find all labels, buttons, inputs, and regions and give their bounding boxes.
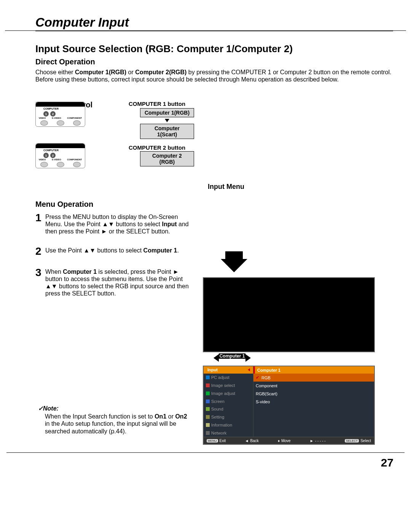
pill-c2-rgb: Computer 2 (RGB) bbox=[140, 151, 194, 166]
remote-btn-2: 2 bbox=[50, 111, 56, 117]
text: Information bbox=[211, 423, 232, 427]
step-text: Press the MENU button to display the On-… bbox=[45, 212, 195, 235]
step-text: When Computer 1 is selected, press the P… bbox=[45, 267, 195, 297]
osd-item-image-adjust: Image adjust bbox=[204, 389, 253, 397]
osd-left-header: Input bbox=[204, 366, 253, 374]
submenu-diagram-label: Computer 1 bbox=[219, 353, 245, 359]
text: When the Input Search function is set to bbox=[45, 413, 155, 420]
osd-screenshot-2: Input PC adjust Image select Image adjus… bbox=[203, 366, 375, 445]
arrow-right-icon bbox=[245, 354, 251, 362]
computer2-button-label: COMPUTER 2 button bbox=[129, 144, 185, 151]
step-2: 2 Use the Point ▲▼ buttons to select Com… bbox=[35, 246, 195, 257]
osd-item-network: Network bbox=[204, 429, 253, 437]
osd-item-screen: Screen bbox=[204, 397, 253, 405]
step-text: Use the Point ▲▼ buttons to select Compu… bbox=[45, 246, 179, 257]
page-number: 27 bbox=[381, 456, 393, 469]
osd-body: Input PC adjust Image select Image adjus… bbox=[204, 366, 374, 437]
computer1-button-label: COMPUTER 1 button bbox=[129, 101, 185, 107]
text: Component bbox=[256, 383, 277, 388]
pill-c1-scart: Computer 1(Scart) bbox=[140, 124, 194, 139]
direct-operation-p2: Before using these buttons, correct inpu… bbox=[35, 76, 392, 83]
remote-number-row: 1 2 bbox=[43, 111, 56, 117]
text: When bbox=[45, 268, 63, 275]
remote-btn bbox=[57, 120, 64, 126]
text: RGB bbox=[261, 375, 271, 380]
osd-right-column: Computer 1 ✔RGB Component RGB(Scart) S-v… bbox=[253, 366, 374, 437]
text: - - - - - bbox=[315, 439, 326, 443]
page-title: Computer Input bbox=[35, 15, 393, 31]
menu-operation-heading: Menu Operation bbox=[35, 200, 195, 209]
remote-control-section: Remote Control COMPUTER 1 2 VIDEO S-VIDE… bbox=[35, 101, 271, 112]
osd-left-column: Input PC adjust Image select Image adjus… bbox=[204, 366, 253, 437]
step-number: 1 bbox=[35, 212, 45, 235]
text: Select bbox=[360, 439, 371, 443]
osd-item-setting: Setting bbox=[204, 413, 253, 421]
input-menu-heading: Input Menu bbox=[208, 183, 244, 191]
note-heading: ✓Note: bbox=[38, 405, 190, 412]
osd-select: SELECTSelect bbox=[345, 439, 371, 443]
step-number: 2 bbox=[35, 246, 45, 257]
note-body: When the Input Search function is set to… bbox=[38, 413, 190, 435]
arrow-down-icon bbox=[165, 119, 169, 122]
remote-btn-row bbox=[36, 120, 85, 126]
bottom-rule bbox=[6, 452, 405, 453]
remote-btn bbox=[73, 162, 81, 167]
remote-top bbox=[36, 144, 85, 148]
remote-btn bbox=[73, 120, 81, 126]
note-section: ✓Note: When the Input Search function is… bbox=[38, 405, 190, 435]
check-icon: ✔ bbox=[256, 375, 259, 380]
manual-page: Computer Input Input Source Selection (R… bbox=[0, 0, 411, 532]
osd-item-pc-adjust: PC adjust bbox=[204, 374, 253, 382]
osd-item-sound: Sound bbox=[204, 405, 253, 413]
remote-btn-row bbox=[36, 162, 85, 167]
check-icon: ✓ bbox=[38, 405, 43, 412]
text: or bbox=[126, 69, 135, 75]
text: Image adjust bbox=[211, 391, 235, 396]
text: Exit bbox=[220, 439, 226, 443]
direct-operation-heading: Direct Operation bbox=[35, 57, 392, 66]
remote-btn bbox=[40, 120, 48, 126]
text: S-video bbox=[256, 399, 270, 404]
remote-diagram-1: COMPUTER 1 2 VIDEO S-VIDEO COMPONENT bbox=[35, 102, 85, 127]
remote-row-labels: VIDEO S-VIDEO COMPONENT bbox=[36, 158, 85, 161]
text: in the Auto setup function, the input si… bbox=[45, 420, 176, 434]
direct-operation-section: Direct Operation Choose either Computer … bbox=[35, 57, 392, 83]
section-title: Input Source Selection (RGB: Computer 1/… bbox=[35, 43, 293, 55]
image-adjust-icon bbox=[206, 391, 210, 395]
chevron-left-icon bbox=[248, 368, 250, 371]
menu-pill: MENU bbox=[207, 439, 218, 443]
text-bold: Computer 2(RGB) bbox=[135, 69, 186, 75]
osd-item-image-select: Image select bbox=[204, 382, 253, 390]
osd-subitem-rgbscart: RGB(Scart) bbox=[253, 390, 374, 398]
information-icon bbox=[206, 423, 210, 427]
pc-adjust-icon bbox=[206, 375, 210, 379]
text-bold: On2 bbox=[175, 413, 187, 420]
text-bold: Computer 1 bbox=[143, 247, 177, 254]
osd-screenshot-1 bbox=[203, 277, 375, 352]
osd-move: ♦ Move bbox=[278, 439, 291, 443]
text: Move bbox=[281, 439, 290, 443]
step-1: 1 Press the MENU button to display the O… bbox=[35, 212, 195, 235]
text: Sound bbox=[211, 407, 223, 411]
arrow-left-icon bbox=[213, 354, 219, 362]
text: Back bbox=[250, 439, 259, 443]
osd-item-information: Information bbox=[204, 421, 253, 429]
direct-operation-p1: Choose either Computer 1(RGB) or Compute… bbox=[35, 69, 392, 76]
remote-btn bbox=[40, 162, 48, 167]
network-icon bbox=[206, 431, 210, 435]
label: VIDEO bbox=[39, 158, 46, 161]
osd-back: ◄ Back bbox=[245, 439, 259, 443]
osd-right-header: Computer 1 bbox=[253, 366, 374, 374]
osd-subitem-component: Component bbox=[253, 382, 374, 390]
text: Network bbox=[211, 431, 226, 435]
remote-btn bbox=[57, 162, 64, 167]
remote-computer-label: COMPUTER bbox=[43, 149, 59, 152]
step-number: 3 bbox=[35, 267, 45, 297]
label: S-VIDEO bbox=[52, 158, 61, 161]
text: Image select bbox=[211, 383, 235, 388]
label: VIDEO bbox=[39, 117, 46, 119]
text: Input bbox=[207, 367, 218, 372]
pill-c1-rgb: Computer 1(RGB) bbox=[140, 108, 194, 117]
computer1-cycle: Computer 1(RGB) Computer 1(Scart) bbox=[140, 108, 194, 140]
remote-row-labels: VIDEO S-VIDEO COMPONENT bbox=[36, 117, 85, 119]
